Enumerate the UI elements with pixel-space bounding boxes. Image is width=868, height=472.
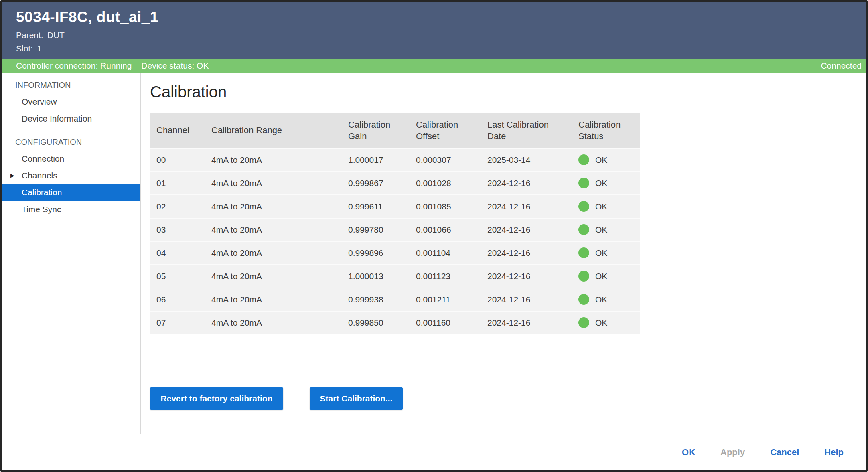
help-button[interactable]: Help bbox=[824, 447, 844, 458]
status-ok-dot-icon bbox=[578, 247, 589, 258]
main-content: Calibration Channel Calibration Range Ca… bbox=[141, 73, 866, 434]
col-header-calibration-range: Calibration Range bbox=[205, 113, 342, 148]
device-settings-window: 5034-IF8C, dut_ai_1 Parent: DUT Slot: 1 … bbox=[0, 0, 868, 472]
cell-offset: 0.001028 bbox=[410, 172, 481, 195]
cell-channel: 07 bbox=[150, 311, 205, 334]
col-header-calibration-offset: Calibration Offset bbox=[410, 113, 481, 148]
cell-status: OK bbox=[572, 241, 640, 265]
cell-date: 2024-12-16 bbox=[481, 311, 572, 334]
status-ok-dot-icon bbox=[578, 178, 589, 188]
cell-offset: 0.001104 bbox=[410, 241, 481, 265]
device-status: Device status: OK bbox=[141, 61, 209, 71]
cell-offset: 0.001066 bbox=[410, 218, 481, 241]
cell-range: 4mA to 20mA bbox=[205, 241, 342, 265]
col-header-calibration-status: Calibration Status bbox=[572, 113, 640, 148]
cell-channel: 04 bbox=[150, 241, 205, 265]
status-ok-dot-icon bbox=[578, 317, 589, 328]
sidebar-item-time-sync[interactable]: Time Sync bbox=[2, 201, 140, 218]
calibration-table: Channel Calibration Range Calibration Ga… bbox=[150, 113, 640, 334]
cell-gain: 1.000017 bbox=[342, 148, 410, 172]
cell-status: OK bbox=[572, 148, 640, 172]
cell-gain: 0.999611 bbox=[342, 195, 410, 218]
cell-gain: 0.999867 bbox=[342, 172, 410, 195]
sidebar-item-calibration[interactable]: Calibration bbox=[2, 184, 140, 201]
controller-connection-status: Controller connection: Running bbox=[16, 61, 132, 71]
device-slot-line: Slot: 1 bbox=[16, 44, 852, 53]
sidebar-item-overview[interactable]: Overview bbox=[2, 93, 140, 110]
status-ok-dot-icon bbox=[578, 154, 589, 165]
status-label: OK bbox=[595, 248, 607, 258]
parent-value: DUT bbox=[47, 30, 65, 40]
slot-value: 1 bbox=[37, 44, 42, 53]
cell-gain: 0.999938 bbox=[342, 288, 410, 311]
cell-status: OK bbox=[572, 288, 640, 311]
cell-status: OK bbox=[572, 311, 640, 334]
cell-channel: 00 bbox=[150, 148, 205, 172]
cell-date: 2024-12-16 bbox=[481, 241, 572, 265]
col-header-channel: Channel bbox=[150, 113, 205, 148]
table-row: 02 4mA to 20mA 0.999611 0.001085 2024-12… bbox=[150, 195, 640, 218]
table-row: 00 4mA to 20mA 1.000017 0.000307 2025-03… bbox=[150, 148, 640, 172]
cell-gain: 0.999850 bbox=[342, 311, 410, 334]
sidebar-section-configuration: CONFIGURATION bbox=[2, 134, 140, 150]
col-header-last-calibration-date: Last Calibration Date bbox=[481, 113, 572, 148]
cell-date: 2024-12-16 bbox=[481, 288, 572, 311]
status-label: OK bbox=[595, 155, 607, 165]
cell-date: 2024-12-16 bbox=[481, 172, 572, 195]
status-ok-dot-icon bbox=[578, 271, 589, 282]
cell-status: OK bbox=[572, 195, 640, 218]
dialog-footer: OK Apply Cancel Help bbox=[2, 434, 866, 470]
status-ok-dot-icon bbox=[578, 201, 589, 212]
sidebar-item-device-information[interactable]: Device Information bbox=[2, 110, 140, 127]
table-row: 07 4mA to 20mA 0.999850 0.001160 2024-12… bbox=[150, 311, 640, 334]
cell-range: 4mA to 20mA bbox=[205, 218, 342, 241]
connection-status-bar: Controller connection: Running Device st… bbox=[2, 59, 866, 73]
cell-channel: 01 bbox=[150, 172, 205, 195]
status-label: OK bbox=[595, 225, 607, 235]
status-label: OK bbox=[595, 178, 607, 188]
cell-range: 4mA to 20mA bbox=[205, 148, 342, 172]
apply-button[interactable]: Apply bbox=[720, 447, 745, 458]
page-title: Calibration bbox=[150, 83, 866, 101]
expand-arrow-icon[interactable]: ▶ bbox=[10, 167, 14, 184]
cell-range: 4mA to 20mA bbox=[205, 172, 342, 195]
sidebar-item-channels-label: Channels bbox=[22, 171, 57, 180]
device-title: 5034-IF8C, dut_ai_1 bbox=[16, 9, 852, 26]
cell-date: 2024-12-16 bbox=[481, 218, 572, 241]
slot-label: Slot: bbox=[16, 44, 33, 53]
sidebar-item-channels[interactable]: ▶ Channels bbox=[2, 167, 140, 184]
cell-status: OK bbox=[572, 172, 640, 195]
start-calibration-button[interactable]: Start Calibration... bbox=[310, 387, 403, 410]
cell-offset: 0.001160 bbox=[410, 311, 481, 334]
status-label: OK bbox=[595, 271, 607, 281]
cell-gain: 0.999896 bbox=[342, 241, 410, 265]
status-ok-dot-icon bbox=[578, 224, 589, 235]
cell-offset: 0.001123 bbox=[410, 265, 481, 288]
table-row: 03 4mA to 20mA 0.999780 0.001066 2024-12… bbox=[150, 218, 640, 241]
cell-channel: 02 bbox=[150, 195, 205, 218]
cell-offset: 0.001211 bbox=[410, 288, 481, 311]
table-row: 06 4mA to 20mA 0.999938 0.001211 2024-12… bbox=[150, 288, 640, 311]
cell-range: 4mA to 20mA bbox=[205, 311, 342, 334]
sidebar-section-information: INFORMATION bbox=[2, 77, 140, 93]
cell-range: 4mA to 20mA bbox=[205, 195, 342, 218]
table-header-row: Channel Calibration Range Calibration Ga… bbox=[150, 113, 640, 148]
cancel-button[interactable]: Cancel bbox=[770, 447, 799, 458]
status-ok-dot-icon bbox=[578, 294, 589, 305]
cell-offset: 0.000307 bbox=[410, 148, 481, 172]
cell-gain: 1.000013 bbox=[342, 265, 410, 288]
table-row: 05 4mA to 20mA 1.000013 0.001123 2024-12… bbox=[150, 265, 640, 288]
connected-badge: Connected bbox=[821, 61, 862, 71]
status-label: OK bbox=[595, 202, 607, 211]
cell-date: 2024-12-16 bbox=[481, 195, 572, 218]
revert-to-factory-calibration-button[interactable]: Revert to factory calibration bbox=[150, 387, 283, 410]
parent-label: Parent: bbox=[16, 30, 43, 40]
ok-button[interactable]: OK bbox=[682, 447, 695, 458]
cell-status: OK bbox=[572, 218, 640, 241]
sidebar-item-connection[interactable]: Connection bbox=[2, 150, 140, 167]
device-header: 5034-IF8C, dut_ai_1 Parent: DUT Slot: 1 bbox=[2, 2, 866, 59]
cell-status: OK bbox=[572, 265, 640, 288]
col-header-calibration-gain: Calibration Gain bbox=[342, 113, 410, 148]
cell-date: 2025-03-14 bbox=[481, 148, 572, 172]
cell-date: 2024-12-16 bbox=[481, 265, 572, 288]
